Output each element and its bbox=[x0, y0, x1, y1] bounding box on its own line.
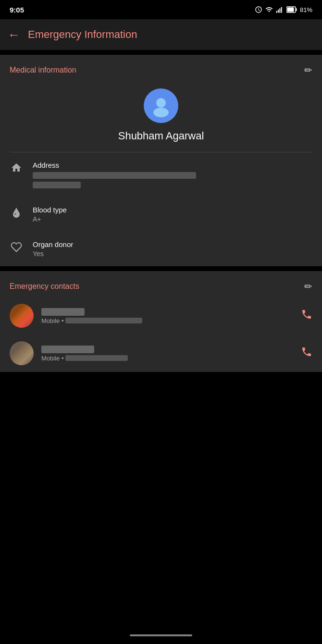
status-bar: 9:05 81% bbox=[0, 0, 322, 19]
address-label: Address bbox=[33, 161, 196, 169]
contacts-edit-button[interactable]: ✏ bbox=[304, 281, 312, 292]
app-bar: ← Emergency Information bbox=[0, 19, 322, 50]
home-icon bbox=[10, 162, 23, 176]
contact-2-info: Mobile • bbox=[41, 345, 293, 362]
medical-info-card: Medical information ✏ Shubham Agarwal Ad… bbox=[0, 55, 322, 266]
status-icons: 81% bbox=[255, 6, 312, 13]
address-row: Address bbox=[0, 152, 322, 197]
svg-rect-1 bbox=[278, 10, 279, 13]
back-button[interactable]: ← bbox=[8, 27, 20, 42]
battery-percentage: 81% bbox=[300, 6, 312, 13]
organ-donor-row: Organ donor Yes bbox=[0, 232, 322, 266]
wifi-icon bbox=[265, 6, 273, 13]
medical-section-header: Medical information ✏ bbox=[0, 55, 322, 81]
address-content: Address bbox=[33, 161, 196, 188]
contact-2-avatar bbox=[10, 341, 34, 365]
blood-type-value: A+ bbox=[33, 215, 67, 223]
contact-2-phone: Mobile • bbox=[41, 355, 293, 362]
avatar bbox=[144, 88, 178, 123]
svg-point-8 bbox=[153, 108, 169, 117]
svg-rect-6 bbox=[296, 8, 297, 11]
emergency-contacts-card: Emergency contacts ✏ Mobile • bbox=[0, 271, 322, 372]
svg-point-7 bbox=[156, 98, 166, 108]
organ-donor-value: Yes bbox=[33, 250, 73, 258]
nav-indicator bbox=[130, 629, 192, 640]
contact-1-info: Mobile • bbox=[41, 307, 293, 324]
organ-donor-content: Organ donor Yes bbox=[33, 240, 73, 258]
contact-1-call-button[interactable] bbox=[301, 309, 312, 323]
blood-type-row: + Blood type A+ bbox=[0, 197, 322, 232]
medical-section-title: Medical information bbox=[10, 66, 76, 74]
blood-type-icon: + bbox=[10, 207, 23, 221]
medical-edit-button[interactable]: ✏ bbox=[304, 64, 312, 76]
avatar-person-icon bbox=[149, 94, 173, 117]
blood-type-label: Blood type bbox=[33, 206, 67, 214]
contact-1-name bbox=[41, 307, 293, 316]
contact-row-1: Mobile • bbox=[0, 297, 322, 334]
heart-icon bbox=[10, 241, 23, 256]
user-profile-section: Shubham Agarwal bbox=[0, 81, 322, 152]
svg-rect-3 bbox=[281, 7, 282, 13]
blood-type-content: Blood type A+ bbox=[33, 206, 67, 223]
organ-donor-label: Organ donor bbox=[33, 240, 73, 248]
address-value bbox=[33, 171, 196, 188]
battery-icon bbox=[286, 6, 297, 13]
contact-1-phone: Mobile • bbox=[41, 317, 293, 324]
contact-2-name bbox=[41, 345, 293, 353]
contact-1-avatar bbox=[10, 304, 34, 328]
svg-rect-2 bbox=[279, 8, 280, 12]
status-time: 9:05 bbox=[10, 6, 24, 14]
user-name: Shubham Agarwal bbox=[118, 130, 204, 142]
svg-rect-0 bbox=[276, 11, 277, 13]
contacts-section-header: Emergency contacts ✏ bbox=[0, 271, 322, 297]
home-indicator bbox=[130, 634, 192, 636]
alarm-icon bbox=[255, 6, 262, 13]
signal-icon bbox=[276, 6, 284, 13]
page-title: Emergency Information bbox=[28, 28, 137, 41]
contacts-section-title: Emergency contacts bbox=[10, 282, 79, 291]
svg-text:+: + bbox=[14, 212, 16, 216]
contact-row-2: Mobile • bbox=[0, 334, 322, 372]
contact-2-call-button[interactable] bbox=[301, 346, 312, 360]
svg-rect-5 bbox=[287, 8, 294, 12]
